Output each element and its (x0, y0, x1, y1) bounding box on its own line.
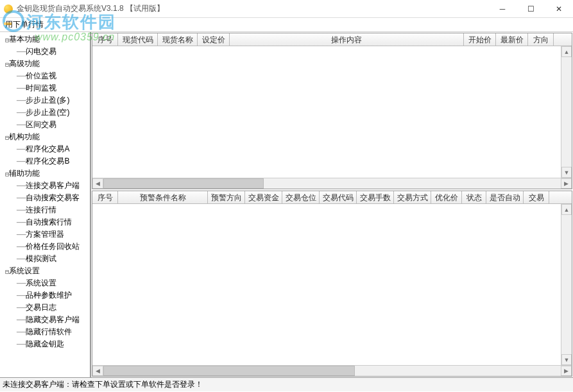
top-vscroll[interactable]: ▲ ▼ (561, 46, 572, 178)
tree-item-label: 步步止盈(多) (26, 95, 69, 106)
maximize-button[interactable]: ☐ (517, 0, 545, 18)
tree-item[interactable]: 隐藏交易客户端 (0, 314, 90, 326)
tree-item[interactable]: 隐藏金钥匙 (0, 338, 90, 350)
tree-item-label: 交易日志 (26, 302, 56, 313)
bottom-grid-header: 序号预警条件名称预警方向交易资金交易仓位交易代码交易手数交易方式优化价状态是否自… (92, 191, 572, 204)
tree-item[interactable]: 步步止盈(多) (0, 94, 90, 107)
tree-item-label: 价格任务回收站 (26, 241, 80, 252)
tree-item-label: 步步止盈(空) (26, 107, 69, 118)
tree-item[interactable]: 方案管理器 (0, 228, 90, 241)
tree-group-label: 辅助功能 (9, 168, 40, 179)
column-header[interactable]: 设定价 (198, 33, 230, 46)
column-header[interactable]: 交易手数 (357, 191, 394, 203)
scroll-left-icon[interactable]: ◀ (92, 178, 103, 189)
status-text: 未连接交易客户端：请检查下单设置或下单软件是否登录！ (3, 379, 203, 390)
tree-item-label: 程序化交易B (26, 156, 69, 167)
tree-item[interactable]: 程序化交易A (0, 143, 90, 155)
tree-group-label: 机构功能 (9, 132, 40, 142)
tree-item[interactable]: 连接行情 (0, 204, 90, 216)
tree-group-label: 高级功能 (9, 58, 40, 69)
top-hscroll[interactable]: ◀ ▶ (92, 178, 572, 189)
scroll-down-icon[interactable]: ▼ (561, 354, 572, 365)
bottom-vscroll[interactable]: ▲ ▼ (561, 204, 572, 365)
tree-item[interactable]: 隐藏行情软件 (0, 326, 90, 338)
tree-group-label: 基本功能 (9, 34, 40, 45)
scroll-up-icon[interactable]: ▲ (561, 46, 572, 57)
tree-item[interactable]: 自动搜索交易客 (0, 192, 90, 204)
scroll-up-icon[interactable]: ▲ (561, 204, 572, 215)
scroll-right-icon[interactable]: ▶ (561, 366, 572, 376)
column-header[interactable]: 方向 (528, 33, 554, 46)
tree-item-label: 闪电交易 (26, 46, 56, 57)
scroll-right-icon[interactable]: ▶ (561, 178, 572, 189)
column-header[interactable]: 序号 (92, 33, 118, 46)
tree-group[interactable]: 机构功能 (0, 131, 90, 143)
tree-item-label: 价位监视 (26, 71, 56, 81)
column-header[interactable]: 交易方式 (394, 191, 431, 203)
tree-item[interactable]: 闪电交易 (0, 46, 90, 58)
tree-item-label: 系统设置 (26, 278, 56, 289)
top-grid-pane: 序号现货代码现货名称设定价操作内容开始价最新价方向 ▲ ▼ ◀ ▶ (92, 33, 572, 189)
tree-item[interactable]: 价格任务回收站 (0, 241, 90, 253)
tree-item[interactable]: 时间监视 (0, 82, 90, 94)
tree-item[interactable]: 交易日志 (0, 302, 90, 314)
tree-group[interactable]: 高级功能 (0, 58, 90, 70)
tree-group[interactable]: 辅助功能 (0, 167, 90, 180)
column-header[interactable]: 预警条件名称 (118, 191, 208, 203)
tree-group[interactable]: 系统设置 (0, 265, 90, 277)
app-icon (4, 4, 13, 13)
tree-item[interactable]: 品种参数维护 (0, 289, 90, 302)
top-grid-body (92, 46, 572, 178)
column-header[interactable]: 现货名称 (158, 33, 198, 46)
column-header[interactable]: 是否自动 (486, 191, 524, 203)
tree-item-label: 时间监视 (26, 83, 56, 94)
tree-item[interactable]: 区间交易 (0, 119, 90, 131)
column-header[interactable]: 交易代码 (320, 191, 357, 203)
column-header[interactable]: 最新价 (496, 33, 528, 46)
tree-item[interactable]: 步步止盈(空) (0, 107, 90, 119)
tree-item-label: 连接交易客户端 (26, 180, 80, 191)
column-header[interactable]: 交易资金 (245, 191, 282, 203)
menubar: 用下单行情 (0, 18, 573, 32)
column-header[interactable]: 交易 (524, 191, 549, 203)
tree-item-label: 方案管理器 (26, 229, 64, 240)
tree-item-label: 品种参数维护 (26, 290, 72, 301)
top-grid-header: 序号现货代码现货名称设定价操作内容开始价最新价方向 (92, 33, 572, 46)
tree-group-label: 系统设置 (9, 266, 40, 277)
minimize-button[interactable]: ─ (488, 0, 517, 18)
tree-item-label: 模拟测试 (26, 253, 56, 264)
tree-item-label: 连接行情 (26, 205, 56, 216)
tree-item-label: 程序化交易A (26, 144, 69, 155)
bottom-grid-body (92, 204, 572, 365)
scroll-down-icon[interactable]: ▼ (561, 167, 572, 178)
tree-item-label: 隐藏行情软件 (26, 327, 72, 337)
column-header[interactable]: 序号 (92, 191, 118, 203)
column-header[interactable]: 状态 (462, 191, 486, 203)
titlebar: 金钥匙现货自动交易系统V3.1.8 【试用版】 ─ ☐ ✕ (0, 0, 573, 18)
tree-item[interactable]: 系统设置 (0, 277, 90, 289)
tree-item[interactable]: 程序化交易B (0, 155, 90, 167)
column-header[interactable]: 操作内容 (230, 33, 464, 46)
close-button[interactable]: ✕ (545, 0, 573, 18)
column-header[interactable]: 现货代码 (118, 33, 158, 46)
statusbar: 未连接交易客户端：请检查下单设置或下单软件是否登录！ (0, 377, 573, 391)
tree-item[interactable]: 价位监视 (0, 70, 90, 82)
column-header[interactable]: 交易仓位 (282, 191, 320, 203)
tree-item[interactable]: 自动搜索行情 (0, 216, 90, 228)
tree-item-label: 自动搜索交易客 (26, 192, 80, 203)
tree-item-label: 隐藏交易客户端 (26, 314, 80, 325)
bottom-hscroll[interactable]: ◀ ▶ (92, 365, 572, 376)
column-header[interactable]: 优化价 (431, 191, 462, 203)
column-header[interactable]: 开始价 (464, 33, 496, 46)
window-title: 金钥匙现货自动交易系统V3.1.8 【试用版】 (17, 3, 488, 14)
tree-item-label: 自动搜索行情 (26, 217, 72, 228)
scroll-left-icon[interactable]: ◀ (92, 366, 103, 376)
tree-item[interactable]: 连接交易客户端 (0, 180, 90, 192)
tree-item-label: 区间交易 (26, 119, 56, 130)
tree-item[interactable]: 模拟测试 (0, 253, 90, 265)
menu-order-quote[interactable]: 用下单行情 (3, 18, 46, 31)
sidebar: 基本功能闪电交易高级功能价位监视时间监视步步止盈(多)步步止盈(空)区间交易机构… (0, 32, 90, 377)
tree-item-label: 隐藏金钥匙 (26, 339, 64, 350)
column-header[interactable]: 预警方向 (208, 191, 245, 203)
tree-group[interactable]: 基本功能 (0, 33, 90, 46)
